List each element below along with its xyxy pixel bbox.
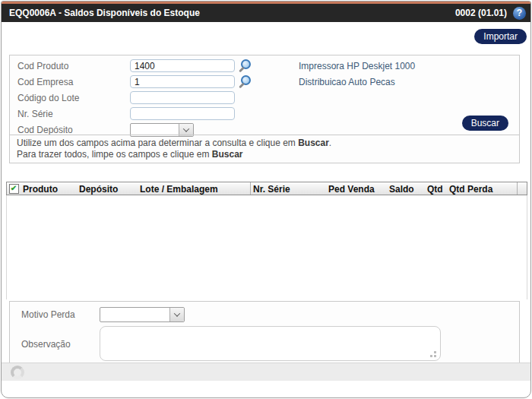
company-description-label: Distribuicao Auto Pecas xyxy=(299,77,395,87)
column-header-deposito[interactable]: Depósito xyxy=(77,182,138,195)
cod-produto-label: Cod Produto xyxy=(17,61,130,71)
loading-spinner-icon xyxy=(11,366,24,379)
observacao-label: Observação xyxy=(21,339,71,350)
buscar-button[interactable]: Buscar xyxy=(462,116,508,131)
cod-produto-input[interactable] xyxy=(130,59,235,72)
motivo-perda-select[interactable] xyxy=(100,307,185,322)
field-row-codigo-lote: Código do Lote xyxy=(10,90,519,106)
results-grid-body[interactable] xyxy=(6,195,527,299)
search-panel: Cod Produto Impressora HP Deskjet 1000 C… xyxy=(9,55,520,163)
nr-serie-input[interactable] xyxy=(130,107,235,120)
column-header-nr-serie[interactable]: Nr. Série xyxy=(250,182,326,195)
status-bar xyxy=(2,363,530,381)
column-header-lote-embalagem[interactable]: Lote / Embalagem xyxy=(138,182,250,195)
loss-panel: Motivo Perda Observação xyxy=(9,301,520,368)
column-header-ped-venda[interactable]: Ped Venda xyxy=(326,182,387,195)
search-lookup-icon[interactable] xyxy=(239,59,252,72)
motivo-perda-selected-value xyxy=(100,308,169,321)
nr-serie-label: Nr. Série xyxy=(17,109,130,119)
field-row-cod-empresa: Cod Empresa Distribuicao Auto Pecas xyxy=(10,74,519,90)
column-header-saldo[interactable]: Saldo xyxy=(387,182,425,195)
cod-deposito-label: Cod Depósito xyxy=(17,125,130,135)
cod-empresa-label: Cod Empresa xyxy=(17,77,130,87)
title-bar: EQQ0006A - Saldos Disponíveis do Estoque… xyxy=(2,4,530,22)
main-content: Importar Cod Produto Impressora HP Deskj… xyxy=(2,22,530,381)
codigo-lote-input[interactable] xyxy=(130,91,235,104)
checkmark-icon: ✔ xyxy=(11,185,17,192)
search-lookup-icon[interactable] xyxy=(239,75,252,88)
instruction-line-2: Para trazer todos, limpe os campos e cli… xyxy=(17,149,512,160)
field-row-nr-serie: Nr. Série xyxy=(10,106,519,122)
column-header-produto[interactable]: Produto xyxy=(21,182,77,195)
instructions-text: Utilize um dos campos acima para determi… xyxy=(10,135,519,163)
application-window: EQQ0006A - Saldos Disponíveis do Estoque… xyxy=(1,1,531,398)
import-button[interactable]: Importar xyxy=(474,29,527,44)
column-header-qtd[interactable]: Qtd xyxy=(425,182,447,195)
codigo-lote-label: Código do Lote xyxy=(17,93,130,103)
cod-empresa-input[interactable] xyxy=(130,75,235,88)
grid-header-stub xyxy=(517,182,527,195)
observacao-textarea[interactable] xyxy=(100,326,441,361)
instruction-line-1: Utilize um dos campos acima para determi… xyxy=(17,138,512,149)
help-icon[interactable]: ? xyxy=(513,7,526,20)
select-all-checkbox[interactable]: ✔ xyxy=(9,184,19,194)
version-label: 0002 (01.01) xyxy=(455,8,507,18)
column-header-qtd-perda[interactable]: Qtd Perda xyxy=(447,182,517,195)
page-title: EQQ0006A - Saldos Disponíveis do Estoque xyxy=(9,8,200,18)
select-all-checkbox-cell: ✔ xyxy=(7,182,21,195)
chevron-down-icon xyxy=(169,308,184,321)
product-description-label: Impressora HP Deskjet 1000 xyxy=(299,61,415,71)
field-row-cod-produto: Cod Produto Impressora HP Deskjet 1000 xyxy=(10,58,519,74)
motivo-perda-label: Motivo Perda xyxy=(21,309,75,320)
results-grid-header: ✔ Produto Depósito Lote / Embalagem Nr. … xyxy=(6,182,527,195)
